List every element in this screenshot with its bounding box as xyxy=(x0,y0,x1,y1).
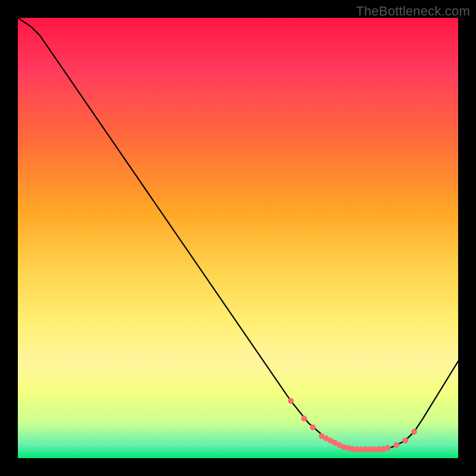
highlight-dot xyxy=(288,398,293,403)
highlight-dot xyxy=(302,416,307,421)
plot-area xyxy=(18,18,458,458)
highlight-dots xyxy=(288,398,416,452)
curve-svg xyxy=(18,18,458,458)
highlight-dot xyxy=(394,442,399,447)
highlight-dot xyxy=(310,425,315,430)
highlight-dot xyxy=(412,429,417,434)
bottleneck-curve xyxy=(18,18,458,449)
watermark-text: TheBottleneck.com xyxy=(356,4,470,19)
highlight-dot xyxy=(385,446,390,451)
highlight-dot xyxy=(403,438,408,443)
chart-stage: TheBottleneck.com xyxy=(0,0,476,476)
